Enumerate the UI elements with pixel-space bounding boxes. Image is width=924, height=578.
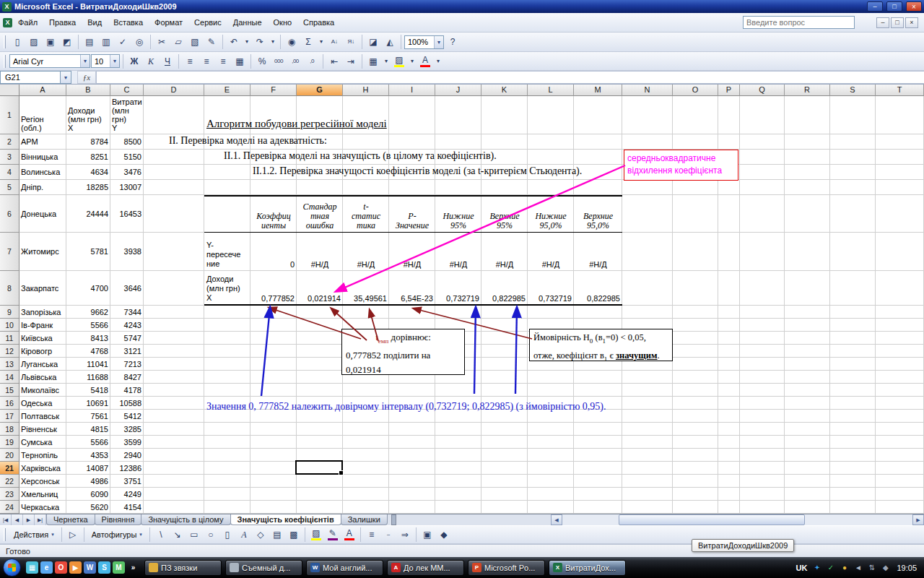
menu-item-8[interactable]: Справка bbox=[297, 15, 340, 30]
cell-H23[interactable] bbox=[343, 488, 389, 501]
cell-N2[interactable] bbox=[622, 134, 673, 150]
cell-O2[interactable] bbox=[673, 134, 718, 150]
tab-scroll-button-0[interactable]: |◀ bbox=[0, 514, 12, 525]
cell-I6[interactable] bbox=[389, 195, 435, 233]
cell-M9[interactable] bbox=[574, 306, 622, 319]
cell-O22[interactable] bbox=[673, 475, 718, 488]
decrease-decimal-icon[interactable]: ,0 bbox=[304, 53, 320, 69]
draw-diagram-icon[interactable]: ◇ bbox=[253, 527, 269, 543]
cell-M6[interactable] bbox=[574, 195, 622, 233]
borders-dropdown-icon[interactable]: ▾ bbox=[382, 53, 391, 69]
cell-S21[interactable] bbox=[830, 462, 876, 475]
cell-T6[interactable] bbox=[876, 195, 924, 233]
cell-I22[interactable] bbox=[389, 475, 435, 488]
cell-A18[interactable]: Рівненськ bbox=[19, 423, 66, 436]
cell-J15[interactable] bbox=[435, 384, 481, 397]
cell-R13[interactable] bbox=[785, 358, 830, 371]
draw-text-box-icon[interactable]: ▯ bbox=[219, 527, 235, 543]
taskbar-button-3[interactable]: AДо лек ММ... bbox=[387, 560, 464, 576]
cell-H1[interactable] bbox=[343, 96, 389, 134]
cell-B7[interactable]: 5781 bbox=[66, 233, 110, 271]
cell-D21[interactable] bbox=[144, 462, 204, 475]
print-icon[interactable]: ▤ bbox=[82, 34, 97, 50]
cell-M10[interactable] bbox=[574, 319, 622, 332]
cell-Q10[interactable] bbox=[740, 319, 785, 332]
row-header-14[interactable]: 14 bbox=[0, 371, 19, 384]
cell-S2[interactable] bbox=[830, 134, 876, 150]
cell-N16[interactable] bbox=[622, 397, 673, 410]
cell-C7[interactable]: 3938 bbox=[110, 233, 144, 271]
cell-G5[interactable] bbox=[297, 180, 343, 195]
cell-B23[interactable]: 6090 bbox=[66, 488, 110, 501]
cell-J19[interactable] bbox=[435, 436, 481, 449]
cell-B9[interactable]: 9662 bbox=[66, 306, 110, 319]
cell-M3[interactable] bbox=[574, 150, 622, 165]
minimize-button[interactable]: – bbox=[867, 1, 883, 12]
tab-splitter-handle[interactable] bbox=[391, 514, 396, 525]
cell-N24[interactable] bbox=[622, 501, 673, 514]
row-header-6[interactable]: 6 bbox=[0, 195, 19, 233]
cell-E4[interactable] bbox=[204, 165, 250, 180]
cell-L6[interactable] bbox=[528, 195, 574, 233]
cell-P9[interactable] bbox=[718, 306, 740, 319]
cell-L16[interactable] bbox=[528, 397, 574, 410]
cell-K22[interactable] bbox=[481, 475, 528, 488]
draw-clip-art-icon[interactable]: ▤ bbox=[269, 527, 285, 543]
tray-usb-icon[interactable]: ◆ bbox=[880, 562, 891, 573]
column-header-G[interactable]: G bbox=[297, 85, 343, 96]
cell-P3[interactable] bbox=[718, 150, 740, 165]
cell-F12[interactable] bbox=[250, 345, 297, 358]
cell-B12[interactable]: 4768 bbox=[66, 345, 110, 358]
row-header-5[interactable]: 5 bbox=[0, 180, 19, 195]
autoshapes-menu[interactable]: Автофигуры▾ bbox=[87, 529, 147, 540]
cell-J21[interactable] bbox=[435, 462, 481, 475]
cell-L10[interactable] bbox=[528, 319, 574, 332]
cell-E2[interactable] bbox=[204, 134, 250, 150]
cell-L11[interactable] bbox=[528, 332, 574, 345]
cell-G17[interactable] bbox=[297, 410, 343, 423]
row-header-23[interactable]: 23 bbox=[0, 488, 19, 501]
cell-Q5[interactable] bbox=[740, 180, 785, 195]
ie-icon[interactable]: e bbox=[40, 561, 53, 574]
cell-A23[interactable]: Хмельниц bbox=[19, 488, 66, 501]
cut-icon[interactable]: ✂ bbox=[154, 34, 170, 50]
cell-J3[interactable] bbox=[435, 150, 481, 165]
cell-T1[interactable] bbox=[876, 96, 924, 134]
cell-M8[interactable] bbox=[574, 271, 622, 306]
taskbar-button-2[interactable]: WМой англий... bbox=[306, 560, 383, 576]
cell-F21[interactable] bbox=[250, 462, 297, 475]
cell-F8[interactable] bbox=[250, 271, 297, 306]
scroll-thumb[interactable] bbox=[619, 514, 805, 525]
cell-S13[interactable] bbox=[830, 358, 876, 371]
cell-T12[interactable] bbox=[876, 345, 924, 358]
cell-P6[interactable] bbox=[718, 195, 740, 233]
column-header-S[interactable]: S bbox=[830, 85, 876, 96]
drawing-icon[interactable]: ◭ bbox=[382, 34, 398, 50]
cell-F18[interactable] bbox=[250, 423, 297, 436]
menu-item-0[interactable]: Файл bbox=[12, 15, 43, 30]
cell-T23[interactable] bbox=[876, 488, 924, 501]
cell-G15[interactable] bbox=[297, 384, 343, 397]
row-header-3[interactable]: 3 bbox=[0, 150, 19, 165]
cell-F13[interactable] bbox=[250, 358, 297, 371]
cell-F22[interactable] bbox=[250, 475, 297, 488]
cell-I18[interactable] bbox=[389, 423, 435, 436]
cell-H6[interactable] bbox=[343, 195, 389, 233]
cell-N22[interactable] bbox=[622, 475, 673, 488]
align-left-icon[interactable]: ≡ bbox=[182, 53, 198, 69]
cell-B2[interactable]: 8784 bbox=[66, 134, 110, 150]
cell-B21[interactable]: 14087 bbox=[66, 462, 110, 475]
cell-E23[interactable] bbox=[204, 488, 250, 501]
help-icon[interactable]: ? bbox=[445, 34, 461, 50]
cell-R5[interactable] bbox=[785, 180, 830, 195]
cell-B24[interactable]: 5620 bbox=[66, 501, 110, 514]
cell-L9[interactable] bbox=[528, 306, 574, 319]
cell-D12[interactable] bbox=[144, 345, 204, 358]
cell-J12[interactable] bbox=[435, 345, 481, 358]
draw-rectangle-icon[interactable]: ▭ bbox=[186, 527, 202, 543]
new-document-icon[interactable]: ▯ bbox=[9, 34, 25, 50]
cell-J7[interactable] bbox=[435, 233, 481, 271]
cell-I4[interactable] bbox=[389, 165, 435, 180]
cell-N4[interactable] bbox=[622, 165, 673, 180]
cell-O6[interactable] bbox=[673, 195, 718, 233]
